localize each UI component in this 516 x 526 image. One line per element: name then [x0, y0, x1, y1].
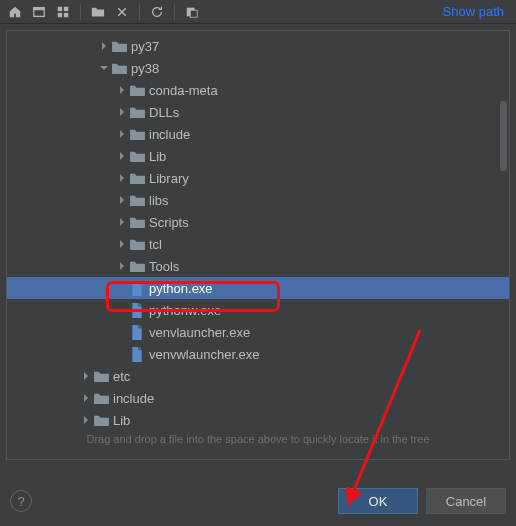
svg-rect-3	[64, 6, 68, 10]
file-icon	[129, 346, 145, 362]
folder-icon	[129, 148, 145, 164]
tree-row-label: py38	[131, 61, 159, 76]
tree-row-label: Tools	[149, 259, 179, 274]
tree-row[interactable]: venvwlauncher.exe	[7, 343, 509, 365]
tree-row-label: py37	[131, 39, 159, 54]
tree-row[interactable]: Lib	[7, 145, 509, 167]
cancel-label: Cancel	[446, 494, 486, 509]
tree-row-label: venvlauncher.exe	[149, 325, 250, 340]
folder-icon	[111, 60, 127, 76]
svg-rect-1	[34, 7, 45, 10]
tree-row[interactable]: venvlauncher.exe	[7, 321, 509, 343]
file-tree-panel: py37py38conda-metaDLLsincludeLibLibraryl…	[6, 30, 510, 460]
svg-rect-2	[58, 6, 62, 10]
tree-row[interactable]: conda-meta	[7, 79, 509, 101]
tree-row[interactable]: py37	[7, 35, 509, 57]
dialog-footer: ? OK Cancel	[0, 476, 516, 526]
tree-row-label: Library	[149, 171, 189, 186]
tree-row[interactable]: Lib	[7, 409, 509, 431]
toolbar: Show path	[0, 0, 516, 24]
delete-icon[interactable]	[113, 3, 131, 21]
chevron-right-icon[interactable]	[115, 193, 129, 207]
tree-row[interactable]: python.exe	[7, 277, 509, 299]
module-icon[interactable]	[54, 3, 72, 21]
folder-icon	[93, 368, 109, 384]
tree-row[interactable]: tcl	[7, 233, 509, 255]
chevron-down-icon[interactable]	[97, 61, 111, 75]
file-icon	[129, 280, 145, 296]
tree-row[interactable]: include	[7, 387, 509, 409]
file-icon	[129, 324, 145, 340]
drop-hint: Drag and drop a file into the space abov…	[7, 433, 509, 445]
tree-row[interactable]: py38	[7, 57, 509, 79]
chevron-right-icon[interactable]	[115, 215, 129, 229]
tree-row-label: Scripts	[149, 215, 189, 230]
tree-row-label: include	[149, 127, 190, 142]
svg-rect-5	[64, 12, 68, 16]
home-icon[interactable]	[6, 3, 24, 21]
tree-row[interactable]: Tools	[7, 255, 509, 277]
chevron-right-icon[interactable]	[115, 259, 129, 273]
help-label: ?	[17, 494, 24, 509]
tree-row[interactable]: Library	[7, 167, 509, 189]
file-tree[interactable]: py37py38conda-metaDLLsincludeLibLibraryl…	[7, 31, 509, 431]
toolbar-separator	[139, 4, 140, 20]
tree-row[interactable]: pythonw.exe	[7, 299, 509, 321]
tree-row-label: Lib	[149, 149, 166, 164]
chevron-right-icon[interactable]	[115, 127, 129, 141]
chevron-right-icon[interactable]	[115, 237, 129, 251]
chevron-right-icon[interactable]	[79, 391, 93, 405]
tree-row[interactable]: etc	[7, 365, 509, 387]
folder-icon	[93, 412, 109, 428]
chevron-right-icon[interactable]	[115, 149, 129, 163]
ok-button[interactable]: OK	[338, 488, 418, 514]
toolbar-separator	[80, 4, 81, 20]
tree-row[interactable]: Scripts	[7, 211, 509, 233]
tree-row[interactable]: include	[7, 123, 509, 145]
new-folder-icon[interactable]	[89, 3, 107, 21]
ok-label: OK	[369, 494, 388, 509]
tree-row-label: libs	[149, 193, 169, 208]
chevron-right-icon[interactable]	[115, 171, 129, 185]
chevron-right-icon[interactable]	[97, 39, 111, 53]
tree-row[interactable]: DLLs	[7, 101, 509, 123]
chevron-right-icon[interactable]	[115, 83, 129, 97]
folder-icon	[129, 192, 145, 208]
file-icon	[129, 302, 145, 318]
help-button[interactable]: ?	[10, 490, 32, 512]
svg-rect-4	[58, 12, 62, 16]
tree-row-label: venvwlauncher.exe	[149, 347, 260, 362]
tree-row-label: tcl	[149, 237, 162, 252]
folder-icon	[93, 390, 109, 406]
scrollbar-thumb[interactable]	[500, 101, 507, 171]
show-path-link[interactable]: Show path	[443, 4, 510, 19]
show-hidden-icon[interactable]	[183, 3, 201, 21]
tree-row-label: etc	[113, 369, 130, 384]
project-icon[interactable]	[30, 3, 48, 21]
chevron-right-icon[interactable]	[115, 105, 129, 119]
svg-rect-7	[190, 10, 197, 17]
folder-icon	[129, 258, 145, 274]
cancel-button[interactable]: Cancel	[426, 488, 506, 514]
folder-icon	[129, 170, 145, 186]
folder-icon	[129, 236, 145, 252]
tree-row-label: conda-meta	[149, 83, 218, 98]
tree-row-label: include	[113, 391, 154, 406]
tree-row-label: python.exe	[149, 281, 213, 296]
tree-row-label: pythonw.exe	[149, 303, 221, 318]
tree-row[interactable]: libs	[7, 189, 509, 211]
toolbar-separator	[174, 4, 175, 20]
tree-row-label: DLLs	[149, 105, 179, 120]
tree-row-label: Lib	[113, 413, 130, 428]
folder-icon	[129, 104, 145, 120]
chevron-right-icon[interactable]	[79, 413, 93, 427]
folder-icon	[129, 214, 145, 230]
folder-icon	[111, 38, 127, 54]
refresh-icon[interactable]	[148, 3, 166, 21]
folder-icon	[129, 126, 145, 142]
chevron-right-icon[interactable]	[79, 369, 93, 383]
folder-icon	[129, 82, 145, 98]
